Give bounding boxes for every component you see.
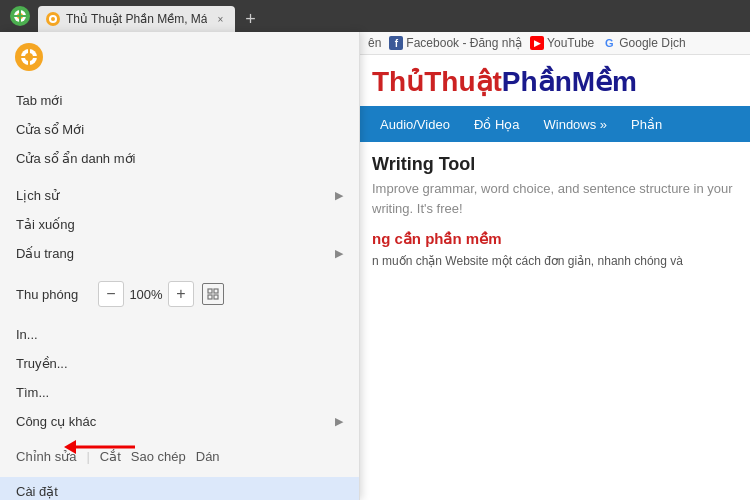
fullscreen-button[interactable] — [202, 283, 224, 305]
arrow-icon: ▶ — [335, 247, 343, 260]
facebook-icon: f — [389, 36, 403, 50]
menu-item-cong-cu-khac[interactable]: Công cụ khác ▶ — [0, 407, 359, 436]
webpage-bottom-text: ng cần phần mềm — [372, 230, 738, 248]
writing-tool-desc: Improve grammar, word choice, and senten… — [372, 179, 738, 218]
nav-item-windows[interactable]: Windows » — [532, 106, 620, 142]
tab-favicon — [46, 12, 60, 26]
zoom-out-button[interactable]: − — [98, 281, 124, 307]
zoom-label: Thu phóng — [16, 287, 96, 302]
dropdown-menu: Tab mới Cửa sổ Mới Cửa sổ ẩn danh mới Lị… — [0, 32, 360, 500]
svg-rect-4 — [19, 9, 21, 23]
nav-item-do-hoa[interactable]: Đồ Họa — [462, 106, 532, 142]
menu-item-tai-xuong[interactable]: Tải xuống — [0, 210, 359, 239]
menu-item-tim[interactable]: Tìm... — [0, 378, 359, 407]
browser-body: Tab mới Cửa sổ Mới Cửa sổ ẩn danh mới Lị… — [0, 32, 750, 500]
cat-button[interactable]: Cắt — [100, 449, 121, 464]
bookmarks-prefix: ên — [368, 36, 381, 50]
menu-item-cua-so-an-danh[interactable]: Cửa sổ ẩn danh mới — [0, 144, 359, 173]
webpage-content: ThủThuậtPhầnMềm Audio/Video Đồ Họa Windo… — [360, 55, 750, 500]
bookmarks-bar: ên f Facebook - Đăng nhậ ▶ YouTube G Goo… — [360, 32, 750, 55]
svg-rect-14 — [208, 295, 212, 299]
google-dich-label: Google Dịch — [619, 36, 685, 50]
menu-item-tab-moi[interactable]: Tab mới — [0, 86, 359, 115]
google-dich-bookmark[interactable]: G Google Dịch — [602, 36, 685, 50]
webpage-bottom: ng cần phần mềm n muốn chặn Website một … — [372, 230, 738, 268]
tab-close-button[interactable]: × — [213, 12, 227, 26]
svg-point-6 — [51, 17, 55, 21]
youtube-icon: ▶ — [530, 36, 544, 50]
new-tab-button[interactable]: + — [237, 6, 263, 32]
nav-item-audio-video[interactable]: Audio/Video — [368, 106, 462, 142]
zoom-in-button[interactable]: + — [168, 281, 194, 307]
dan-button[interactable]: Dán — [196, 449, 220, 464]
browser-titlebar: Thủ Thuật Phần Mềm, Má × + — [0, 0, 750, 32]
site-title-thuat: Thuật — [424, 66, 502, 97]
menu-header — [0, 32, 359, 78]
active-tab[interactable]: Thủ Thuật Phần Mềm, Má × — [38, 6, 235, 32]
tab-title: Thủ Thuật Phần Mềm, Má — [66, 12, 207, 26]
chinh-sua-label[interactable]: Chỉnh sửa — [16, 449, 76, 464]
site-title-mem: Mềm — [572, 66, 637, 97]
menu-item-cua-so-moi[interactable]: Cửa sổ Mới — [0, 115, 359, 144]
site-title: ThủThuậtPhầnMềm — [372, 65, 738, 98]
zoom-value: 100% — [126, 287, 166, 302]
menu-item-dau-trang[interactable]: Dấu trang ▶ — [0, 239, 359, 268]
menu-item-truyen[interactable]: Truyền... — [0, 349, 359, 378]
nav-item-phan[interactable]: Phần — [619, 106, 674, 142]
svg-rect-12 — [208, 289, 212, 293]
site-title-phan: Phần — [502, 66, 572, 97]
writing-tool-title: Writing Tool — [372, 154, 738, 175]
facebook-label: Facebook - Đăng nhậ — [406, 36, 522, 50]
menu-item-cai-dat[interactable]: Cài đặt — [0, 477, 359, 500]
nav-bar: Audio/Video Đồ Họa Windows » Phần — [360, 106, 750, 142]
zoom-row: Thu phóng − 100% + — [0, 276, 359, 312]
tab-bar: Thủ Thuật Phần Mềm, Má × + — [38, 0, 742, 32]
ad-area: Writing Tool Improve grammar, word choic… — [372, 154, 738, 218]
sao-chep-button[interactable]: Sao chép — [131, 449, 186, 464]
webpage-footer-text: n muốn chặn Website một cách đơn giản, n… — [372, 254, 738, 268]
browser-logo — [8, 4, 32, 28]
site-title-thu: Thủ — [372, 66, 424, 97]
writing-tool-box: Writing Tool Improve grammar, word choic… — [372, 154, 738, 218]
youtube-label: YouTube — [547, 36, 594, 50]
youtube-bookmark[interactable]: ▶ YouTube — [530, 36, 594, 50]
menu-actions-row: Chỉnh sửa | Cắt Sao chép Dán — [0, 444, 359, 469]
arrow-icon: ▶ — [335, 415, 343, 428]
svg-rect-11 — [28, 47, 30, 67]
webpage-panel: ên f Facebook - Đăng nhậ ▶ YouTube G Goo… — [360, 32, 750, 500]
google-dich-icon: G — [602, 36, 616, 50]
arrow-icon: ▶ — [335, 189, 343, 202]
menu-item-lich-su[interactable]: Lịch sử ▶ — [0, 181, 359, 210]
svg-rect-15 — [214, 295, 218, 299]
svg-rect-13 — [214, 289, 218, 293]
menu-item-in[interactable]: In... — [0, 320, 359, 349]
facebook-bookmark[interactable]: f Facebook - Đăng nhậ — [389, 36, 522, 50]
